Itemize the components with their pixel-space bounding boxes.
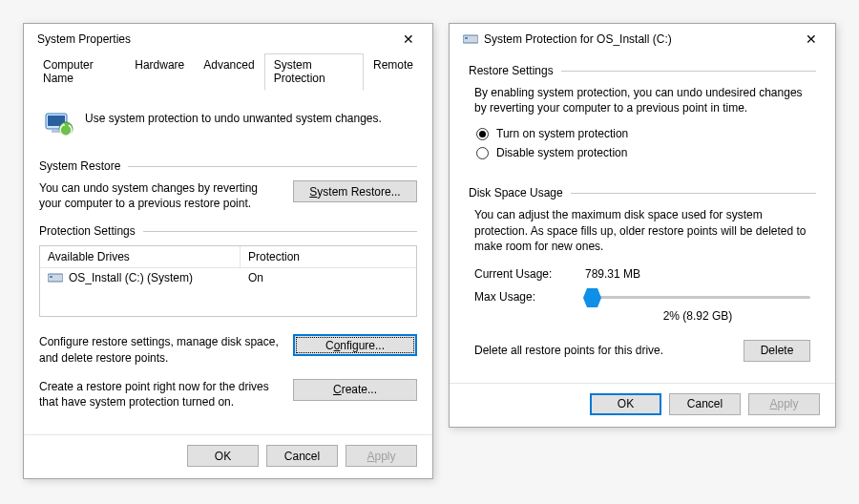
svg-rect-5 [50,276,52,278]
intro-text: Use system protection to undo unwanted s… [85,108,382,125]
col-available-drives: Available Drives [40,246,241,267]
radio-disable[interactable]: Disable system protection [476,146,816,159]
tab-advanced[interactable]: Advanced [194,53,263,91]
restore-settings-desc: By enabling system protection, you can u… [469,85,816,121]
window-title: System Properties [37,32,131,46]
max-usage-slider[interactable] [585,288,810,307]
system-protection-drive-dialog: System Protection for OS_Install (C:) ✕ … [449,23,836,428]
configure-desc: Configure restore settings, manage disk … [39,334,282,365]
disk-usage-desc: You can adjust the maximum disk space us… [469,207,816,260]
system-protection-icon [43,108,75,140]
system-properties-dialog: System Properties ✕ Computer Name Hardwa… [23,23,433,479]
delete-desc: Delete all restore points for this drive… [474,344,663,357]
radio-icon [476,147,489,159]
cancel-button[interactable]: Cancel [669,393,741,415]
drive-name: OS_Install (C:) (System) [69,271,193,284]
radio-off-label: Disable system protection [496,146,627,159]
dialog-buttons: OK Cancel Apply [450,383,835,427]
system-restore-desc: You can undo system changes by reverting… [39,180,282,211]
current-usage-label: Current Usage: [474,267,570,281]
tabs: Computer Name Hardware Advanced System P… [33,52,423,91]
create-desc: Create a restore point right now for the… [39,379,282,410]
tab-remote[interactable]: Remote [364,53,423,91]
max-usage-label: Max Usage: [474,288,570,304]
cancel-button[interactable]: Cancel [266,445,338,467]
col-protection: Protection [241,246,416,267]
create-button[interactable]: Create... [293,379,417,401]
close-icon[interactable]: ✕ [797,32,826,47]
svg-rect-7 [465,37,468,39]
tab-hardware[interactable]: Hardware [125,53,194,91]
slider-thumb[interactable] [587,288,597,307]
dialog-buttons: OK Cancel Apply [24,434,432,478]
radio-turn-on[interactable]: Turn on system protection [476,127,816,140]
delete-button[interactable]: Delete [744,340,810,362]
tab-computer-name[interactable]: Computer Name [33,53,125,91]
disk-usage-group-label: Disk Space Usage [469,186,563,200]
ok-button[interactable]: OK [187,445,259,467]
ok-button[interactable]: OK [590,393,661,415]
window-title: System Protection for OS_Install (C:) [484,32,672,46]
configure-button[interactable]: Configure... [293,334,417,356]
drives-list[interactable]: Available Drives Protection OS_Install (… [39,245,417,317]
current-usage-value: 789.31 MB [585,267,640,281]
apply-button: Apply [748,393,820,415]
drive-row[interactable]: OS_Install (C:) (System) On [40,268,416,287]
drive-icon [463,32,478,47]
max-usage-value: 2% (8.92 GB) [585,309,810,323]
titlebar: System Properties ✕ [24,24,432,52]
radio-icon [476,128,489,140]
protection-settings-group-label: Protection Settings [39,224,136,238]
drive-icon [48,272,63,284]
close-icon[interactable]: ✕ [394,32,423,47]
titlebar: System Protection for OS_Install (C:) ✕ [450,24,835,52]
drives-header: Available Drives Protection [40,246,416,268]
tab-system-protection[interactable]: System Protection [264,53,364,91]
apply-button: Apply [346,445,417,467]
radio-on-label: Turn on system protection [496,127,628,140]
system-restore-button[interactable]: System Restore... [293,180,417,202]
restore-settings-group-label: Restore Settings [469,64,554,77]
drive-protection-status: On [248,271,409,284]
system-restore-group-label: System Restore [39,159,120,173]
